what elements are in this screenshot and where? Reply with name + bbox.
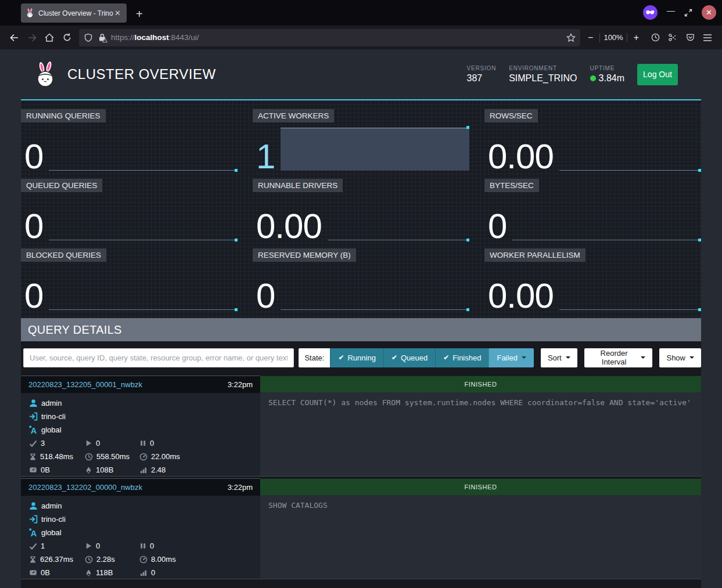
tab-close-icon[interactable]: ✕: [113, 9, 122, 17]
cumulative-memory-icon: [85, 466, 92, 474]
environment-info: ENVIRONMENT SIMPLE_TRINO: [509, 65, 577, 84]
filter-failed-dropdown[interactable]: Failed: [488, 348, 533, 367]
stat-tile: QUEUED QUERIES0: [21, 179, 238, 243]
execution-time-icon: [139, 453, 148, 461]
search-input[interactable]: [23, 348, 294, 367]
wall-time-icon: [29, 555, 37, 564]
chevron-down-icon: [566, 356, 570, 359]
query-row: 20220823_132205_00001_nwbzk 3:22pm admin…: [21, 376, 701, 477]
filter-running-button[interactable]: Running: [330, 348, 383, 367]
query-memory: 0B108B2.48: [29, 463, 260, 477]
completed-splits-icon: [29, 439, 37, 448]
query-toolbar: State: Running Queued Finished Failed So…: [21, 341, 701, 374]
browser-chrome: Cluster Overview - Trino ✕ + — ✕: [0, 0, 722, 49]
sparkline: [328, 197, 469, 240]
query-state-badge: FINISHED: [260, 376, 701, 392]
resource-group-icon: A: [29, 425, 38, 434]
bookmark-star-icon[interactable]: [566, 33, 576, 42]
sparkline: [512, 197, 701, 240]
svg-text:A: A: [31, 529, 37, 537]
zoom-out-button[interactable]: −: [585, 33, 596, 43]
browser-tab[interactable]: Cluster Overview - Trino ✕: [21, 3, 127, 23]
query-id-link[interactable]: 20220823_132202_00000_nwbzk: [28, 483, 142, 492]
parallelism-icon: [139, 569, 148, 576]
query-times: 518.48ms558.50ms22.00ms: [29, 450, 260, 463]
query-details-section: QUERY DETAILS State: Running Queued Fini…: [21, 318, 701, 588]
navigation-bar: https://localhost:8443/ui/ − 100% +: [0, 26, 722, 49]
window-minimize-button[interactable]: —: [667, 6, 675, 20]
reload-button[interactable]: [58, 30, 76, 46]
query-source: trino-cli: [29, 410, 260, 423]
uptime-status-dot: [590, 75, 596, 81]
shield-icon[interactable]: [84, 33, 93, 42]
tab-bar: Cluster Overview - Trino ✕ + — ✕: [0, 0, 722, 26]
window-restore-button[interactable]: [684, 9, 692, 17]
home-button[interactable]: [41, 30, 58, 46]
chevron-down-icon: [689, 356, 694, 359]
resource-group-icon: A: [29, 528, 38, 537]
query-resource-group: Aglobal: [29, 423, 260, 437]
stat-tile: RESERVED MEMORY (B)0: [253, 248, 469, 312]
user-icon: [29, 399, 38, 407]
sort-dropdown[interactable]: Sort: [541, 348, 577, 367]
trino-favicon: [26, 8, 34, 18]
query-summary: 20220823_132205_00001_nwbzk 3:22pm admin…: [21, 376, 260, 476]
screenshot-scissors-icon[interactable]: [664, 30, 681, 46]
running-splits-icon: [85, 439, 92, 447]
filter-finished-button[interactable]: Finished: [435, 348, 488, 367]
zoom-in-button[interactable]: +: [631, 33, 642, 43]
page-header: CLUSTER OVERVIEW VERSION 387 ENVIRONMENT…: [21, 49, 701, 99]
forward-button[interactable]: [23, 30, 41, 46]
stat-tile: ACTIVE WORKERS1: [253, 109, 469, 173]
show-dropdown[interactable]: Show: [659, 348, 701, 367]
back-button[interactable]: [6, 30, 23, 46]
stat-tile: ROWS/SEC0.00: [484, 109, 701, 173]
url-text[interactable]: https://localhost:8443/ui/: [111, 33, 199, 42]
query-memory: 0B118B0: [29, 566, 260, 579]
sparkline: [281, 128, 469, 171]
query-times: 626.37ms2.28s8.00ms: [29, 553, 260, 566]
current-memory-icon: [29, 466, 37, 474]
sparkline: [49, 267, 238, 310]
sparkline: [281, 267, 469, 310]
zoom-level[interactable]: 100%: [604, 33, 623, 42]
query-source: trino-cli: [29, 513, 260, 526]
source-signin-icon: [29, 515, 38, 524]
query-summary: 20220823_132202_00000_nwbzk 3:22pm admin…: [21, 478, 260, 579]
reorder-interval-dropdown[interactable]: Reorder Interval: [584, 348, 653, 367]
logout-button[interactable]: Log Out: [637, 64, 678, 85]
trino-bunny-logo: [34, 61, 57, 88]
stat-tile: WORKER PARALLELISM0.00: [484, 248, 701, 312]
lock-warning-icon[interactable]: [98, 33, 106, 42]
queued-splits-icon: [139, 439, 146, 447]
url-bar[interactable]: https://localhost:8443/ui/: [79, 29, 580, 46]
window-close-button[interactable]: ✕: [702, 5, 716, 20]
page-title: CLUSTER OVERVIEW: [67, 66, 216, 82]
execution-time-icon: [139, 555, 148, 564]
query-sql-text: SHOW CATALOGS: [260, 495, 701, 579]
stat-tile: BYTES/SEC0: [484, 179, 701, 243]
user-icon: [29, 502, 38, 510]
stat-tile: RUNNING QUERIES0: [21, 109, 238, 173]
stat-tile: RUNNABLE DRIVERS0.00: [253, 179, 469, 243]
sparkline: [49, 197, 238, 240]
source-signin-icon: [29, 412, 38, 421]
filter-queued-button[interactable]: Queued: [383, 348, 435, 367]
version-info: VERSION 387: [467, 65, 497, 84]
uptime-info: UPTIME 3.84m: [590, 65, 624, 84]
state-filter-label: State:: [299, 348, 330, 367]
pocket-icon[interactable]: [681, 30, 699, 46]
query-time: 3:22pm: [228, 483, 253, 492]
sparkline: [559, 267, 701, 310]
query-id-link[interactable]: 20220823_132205_00001_nwbzk: [28, 380, 142, 389]
menu-hamburger-icon[interactable]: [699, 30, 716, 46]
history-clock-icon[interactable]: [646, 30, 664, 46]
new-tab-button[interactable]: +: [136, 8, 143, 20]
query-sql-text: SELECT COUNT(*) as nodes FROM system.run…: [260, 392, 701, 476]
query-state-badge: FINISHED: [260, 478, 701, 495]
cumulative-memory-icon: [85, 569, 92, 577]
queued-splits-icon: [139, 542, 146, 550]
query-splits: 100: [29, 539, 260, 553]
query-row: 20220823_132202_00000_nwbzk 3:22pm admin…: [21, 478, 701, 579]
chevron-down-icon: [522, 356, 526, 359]
